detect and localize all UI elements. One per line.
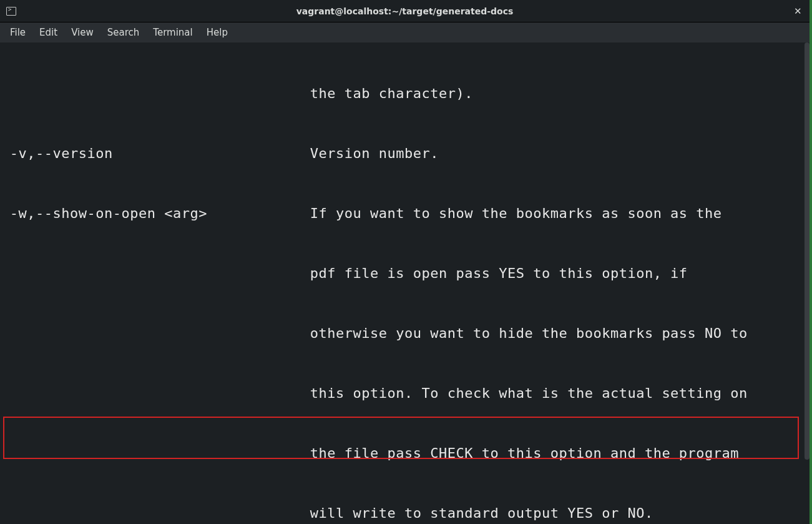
window-title: vagrant@localhost:~/target/generated-doc…: [296, 6, 514, 16]
menu-help[interactable]: Help: [200, 24, 234, 41]
window-titlebar: vagrant@localhost:~/target/generated-doc…: [0, 0, 810, 22]
terminal-viewport[interactable]: the tab character). -v,--version Version…: [0, 42, 810, 524]
menu-search[interactable]: Search: [101, 24, 146, 41]
output-line: the tab character).: [1, 84, 808, 104]
menu-bar: File Edit View Search Terminal Help: [0, 22, 810, 42]
menu-terminal[interactable]: Terminal: [147, 24, 198, 41]
output-line: the file pass CHECK to this option and t…: [1, 443, 808, 463]
menu-view[interactable]: View: [65, 24, 100, 41]
output-line: -w,--show-on-open <arg> If you want to s…: [1, 204, 808, 224]
output-line: pdf file is open pass YES to this option…: [1, 264, 808, 284]
menu-edit[interactable]: Edit: [33, 24, 64, 41]
scrollbar[interactable]: [805, 42, 810, 460]
terminal-app-icon: [6, 7, 16, 16]
output-line: otherwise you want to hide the bookmarks…: [1, 324, 808, 344]
close-icon[interactable]: ✕: [794, 6, 802, 17]
output-line: this option. To check what is the actual…: [1, 383, 808, 403]
menu-file[interactable]: File: [4, 24, 32, 41]
output-line: -v,--version Version number.: [1, 144, 808, 164]
output-line: will write to standard output YES or NO.: [1, 503, 808, 523]
